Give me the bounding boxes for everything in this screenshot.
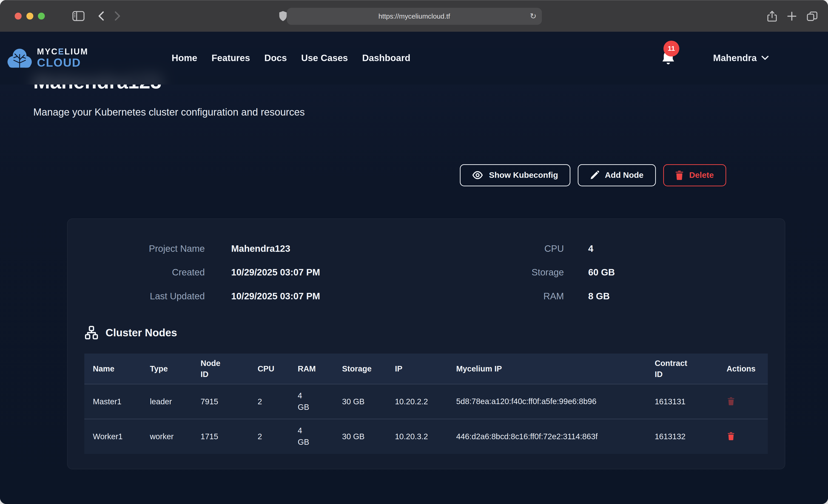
cpu-label: CPU bbox=[458, 237, 564, 260]
node-name: Worker1 bbox=[84, 419, 141, 454]
cluster-nodes-section-header: Cluster Nodes bbox=[84, 326, 768, 340]
nav-link-docs[interactable]: Docs bbox=[264, 53, 287, 64]
logo-text: MYCELIUM CLOUD bbox=[37, 48, 88, 69]
node-cpu: 2 bbox=[249, 384, 289, 419]
user-name: Mahendra bbox=[713, 53, 757, 64]
node-type: leader bbox=[141, 384, 192, 419]
privacy-shield-icon[interactable] bbox=[279, 11, 287, 22]
delete-cluster-button[interactable]: Delete bbox=[663, 164, 726, 186]
network-nodes-icon bbox=[84, 326, 98, 340]
delete-node-button[interactable] bbox=[727, 396, 735, 407]
col-node-id: Node ID bbox=[192, 353, 249, 384]
node-contract-id: 1613131 bbox=[646, 384, 718, 419]
cluster-details-panel: Project Name Mahendra123 CPU 4 Created 1… bbox=[67, 218, 785, 469]
created-label: Created bbox=[84, 261, 205, 284]
screenshot-stage: https://myceliumcloud.tf ↻ bbox=[0, 0, 828, 504]
storage-label: Storage bbox=[458, 261, 564, 284]
forward-icon[interactable] bbox=[115, 11, 120, 21]
col-mycelium-ip: Mycelium IP bbox=[448, 353, 646, 384]
storage-value: 60 GB bbox=[564, 261, 741, 284]
col-storage: Storage bbox=[334, 353, 386, 384]
add-node-button[interactable]: Add Node bbox=[578, 164, 656, 186]
delete-node-button[interactable] bbox=[727, 431, 735, 442]
node-name: Master1 bbox=[84, 384, 141, 419]
col-ram: RAM bbox=[289, 353, 334, 384]
table-row: Master1 leader 7915 2 4 GB 30 GB 10.20.2… bbox=[84, 384, 768, 419]
project-name-value: Mahendra123 bbox=[205, 237, 458, 260]
browser-toolbar: https://myceliumcloud.tf ↻ bbox=[0, 0, 828, 32]
main-content: Mahendra123 Manage your Kubernetes clust… bbox=[0, 32, 828, 469]
node-mycelium-ip: 446:d2a6:8bcd:8c16:ff0f:72e2:3114:863f bbox=[448, 419, 646, 454]
node-storage: 30 GB bbox=[334, 384, 386, 419]
node-id: 1715 bbox=[192, 419, 249, 454]
node-type: worker bbox=[141, 419, 192, 454]
notification-badge: 11 bbox=[663, 41, 679, 56]
eye-icon bbox=[472, 171, 483, 179]
node-id: 7915 bbox=[192, 384, 249, 419]
table-row: Worker1 worker 1715 2 4 GB 30 GB 10.20.3… bbox=[84, 419, 768, 454]
back-icon[interactable] bbox=[98, 11, 104, 21]
node-ram: 4 GB bbox=[289, 384, 334, 419]
cluster-nodes-title: Cluster Nodes bbox=[106, 327, 177, 339]
last-updated-label: Last Updated bbox=[84, 284, 205, 308]
col-name: Name bbox=[84, 353, 141, 384]
node-cpu: 2 bbox=[249, 419, 289, 454]
maximize-window-button[interactable] bbox=[38, 13, 45, 19]
nav-link-use-cases[interactable]: Use Cases bbox=[301, 53, 348, 64]
window-controls bbox=[15, 13, 45, 19]
show-kubeconfig-button[interactable]: Show Kubeconfig bbox=[460, 164, 570, 186]
last-updated-value: 10/29/2025 03:07 PM bbox=[205, 284, 458, 308]
created-value: 10/29/2025 03:07 PM bbox=[205, 261, 458, 284]
node-mycelium-ip: 5d8:78ea:a120:f40c:ff0f:a5fe:99e6:8b96 bbox=[448, 384, 646, 419]
cluster-nodes-table: Name Type Node ID CPU RAM Storage IP Myc… bbox=[84, 353, 768, 454]
new-tab-icon[interactable] bbox=[787, 12, 796, 21]
close-window-button[interactable] bbox=[15, 13, 22, 19]
node-contract-id: 1613132 bbox=[646, 419, 718, 454]
ram-label: RAM bbox=[458, 284, 564, 308]
col-contract-id: Contract ID bbox=[646, 353, 718, 384]
node-actions bbox=[718, 419, 768, 454]
node-storage: 30 GB bbox=[334, 419, 386, 454]
nav-link-features[interactable]: Features bbox=[212, 53, 250, 64]
logo-tree-icon bbox=[6, 47, 33, 69]
cpu-value: 4 bbox=[564, 237, 741, 260]
mycelium-cloud-logo[interactable]: MYCELIUM CLOUD bbox=[6, 47, 110, 69]
nav-link-dashboard[interactable]: Dashboard bbox=[362, 53, 410, 64]
sidebar-toggle-icon[interactable] bbox=[72, 11, 85, 21]
address-bar[interactable]: https://myceliumcloud.tf ↻ bbox=[287, 8, 542, 25]
chevron-down-icon bbox=[761, 55, 769, 60]
browser-window: https://myceliumcloud.tf ↻ bbox=[0, 0, 828, 504]
node-ram: 4 GB bbox=[289, 419, 334, 454]
col-ip: IP bbox=[386, 353, 448, 384]
site-navbar: MYCELIUM CLOUD Home Features Docs Use Ca… bbox=[0, 32, 828, 85]
node-ip: 10.20.3.2 bbox=[386, 419, 448, 454]
url-text: https://myceliumcloud.tf bbox=[378, 12, 450, 20]
minimize-window-button[interactable] bbox=[27, 13, 33, 19]
node-actions bbox=[718, 384, 768, 419]
col-actions: Actions bbox=[718, 353, 768, 384]
node-ip: 10.20.2.2 bbox=[386, 384, 448, 419]
pencil-icon bbox=[590, 171, 599, 180]
nav-links: Home Features Docs Use Cases Dashboard bbox=[172, 53, 410, 64]
trash-icon bbox=[728, 397, 735, 406]
table-header-row: Name Type Node ID CPU RAM Storage IP Myc… bbox=[84, 353, 768, 384]
page-subtitle: Manage your Kubernetes cluster configura… bbox=[33, 106, 828, 118]
cluster-actions: Show Kubeconfig Add Node Delete bbox=[33, 164, 726, 186]
ram-value: 8 GB bbox=[564, 284, 741, 308]
col-cpu: CPU bbox=[249, 353, 289, 384]
tab-overview-icon[interactable] bbox=[807, 11, 818, 21]
nav-link-home[interactable]: Home bbox=[172, 53, 197, 64]
trash-icon bbox=[675, 170, 683, 180]
user-menu[interactable]: Mahendra bbox=[713, 53, 769, 64]
share-icon[interactable] bbox=[767, 11, 777, 22]
project-name-label: Project Name bbox=[84, 237, 205, 260]
col-type: Type bbox=[141, 353, 192, 384]
trash-icon bbox=[728, 432, 735, 440]
notifications-button[interactable]: 11 bbox=[661, 50, 675, 66]
page-body: MYCELIUM CLOUD Home Features Docs Use Ca… bbox=[0, 32, 828, 504]
reload-icon[interactable]: ↻ bbox=[530, 11, 537, 21]
project-info: Project Name Mahendra123 CPU 4 Created 1… bbox=[84, 237, 768, 308]
